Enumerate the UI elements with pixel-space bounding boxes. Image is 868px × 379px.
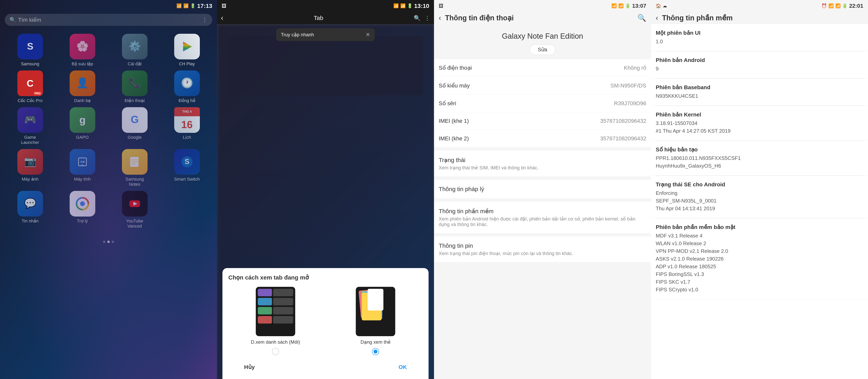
- device-name: Galaxy Note Fan Edition: [439, 32, 646, 40]
- tab-card-preview: [356, 287, 395, 336]
- baseband-label: Phiên bản Baseband: [656, 84, 863, 91]
- phone-back-button[interactable]: ‹: [439, 14, 441, 22]
- home-icon-4: 🏠: [656, 3, 661, 8]
- android-version-value: 9: [656, 65, 863, 72]
- app-icon-img-coccoc: C PRO: [18, 70, 43, 96]
- phone-info-screen: 🖼 📶 📶 🔋 13:07 ‹ Thông tin điện thoại 🔍 G…: [434, 0, 651, 379]
- tab-list-label: D.xem danh sách (Mới): [251, 339, 300, 345]
- browser-status-right: 📶 📶 🔋 13:10: [393, 3, 429, 9]
- imei2-label: IMEI (khe 2): [439, 136, 469, 142]
- browser-screen: 🖼 📶 📶 🔋 13:10 ‹ Tab 🔍 ⋮ Truy cập nhanh ✕: [217, 0, 434, 379]
- edit-device-name-button[interactable]: Sửa: [530, 45, 555, 55]
- trangthai-sub: Xem trạng thái thẻ SIM, IMEI và thông ti…: [439, 165, 646, 171]
- dialog-cancel-button[interactable]: Hủy: [236, 361, 263, 373]
- browser-nav: ‹ Tab 🔍 ⋮: [217, 12, 434, 24]
- radio-selected-indicator: [374, 350, 378, 353]
- battery-icon-3: 🔋: [625, 3, 630, 8]
- phanmem-title: Thông tin phần mềm: [439, 208, 646, 214]
- build-label: Số hiệu bản tạo: [656, 146, 863, 153]
- section-gap-1: [434, 147, 651, 151]
- sw-item-ui-version: Một phiên bản UI 1.0: [651, 24, 868, 51]
- kernel-label: Phiên bản Kernel: [656, 111, 863, 118]
- time-2: 13:10: [414, 3, 429, 9]
- alarm-icon-4: ⏰: [822, 3, 827, 8]
- img-icon-2: 🖼: [222, 3, 226, 9]
- phone-status-right: 📶 📶 🔋 13:07: [611, 3, 646, 9]
- info-row-serial: Số sêri R39J709D96: [434, 94, 651, 112]
- software-info-screen: 🏠 ☁ ⏰ 📶 📶 🔋 22:01 ‹ Thông tin phần mềm M…: [651, 0, 868, 379]
- sw-nav: ‹ Thông tin phần mềm: [651, 12, 868, 24]
- phone-info-search-icon[interactable]: 🔍: [638, 14, 646, 22]
- tab-option-card[interactable]: Dạng xem thẻ: [329, 287, 423, 355]
- phone-nav: ‹ Thông tin điện thoại 🔍: [434, 12, 651, 24]
- sw-item-security-patch: Phiên bản phần mềm bảo mật MDF v3.1 Rele…: [651, 218, 868, 299]
- battery-icon-2: 🔋: [407, 3, 412, 8]
- build-value: PPR1.180610.011.N935FXXS5CSF1 HuynhHuu9x…: [656, 154, 863, 170]
- sw-back-button[interactable]: ‹: [656, 14, 658, 22]
- tab-options: D.xem danh sách (Mới) Dạng xem thẻ: [228, 287, 423, 355]
- tab-dialog-title: Chọn cách xem tab đang mở: [228, 274, 423, 281]
- ui-version-value: 1.0: [656, 38, 863, 46]
- browser-back-button[interactable]: ‹: [221, 14, 223, 22]
- imei1-label: IMEI (khe 1): [439, 118, 469, 124]
- cloud-icon-4: ☁: [663, 3, 667, 8]
- phone-number-value: Không rõ: [624, 65, 646, 71]
- tab-view-dialog: Chọn cách xem tab đang mở: [222, 268, 429, 379]
- wifi-icon-4: 📶: [828, 3, 834, 8]
- model-number-value: SM-N950F/DS: [610, 83, 646, 89]
- signal-icon-2: 📶: [400, 3, 406, 8]
- browser-status-left: 🖼: [222, 3, 226, 9]
- tab-list-row-1: [258, 289, 293, 296]
- tab-option-list[interactable]: D.xem danh sách (Mới): [228, 287, 323, 355]
- se-status-value: Enforcing SEPF_SM-N935L_9_0001 Thu Apr 0…: [656, 189, 863, 212]
- phaplу-title: Thông tin pháp lý: [439, 186, 646, 193]
- menu-item-phanmem[interactable]: Thông tin phần mềm Xem phiên bản Android…: [434, 202, 651, 233]
- menu-item-pin[interactable]: Thông tin pin Xem trạng thái pin điện th…: [434, 236, 651, 262]
- info-row-imei2: IMEI (khe 2) 357871082096432: [434, 130, 651, 147]
- sw-info-title: Thông tin phần mềm: [662, 14, 863, 22]
- quick-access-close[interactable]: ✕: [366, 31, 370, 38]
- time-4: 22:01: [849, 3, 863, 9]
- sw-info-list: Một phiên bản UI 1.0 Phiên bản Android 9…: [651, 24, 868, 379]
- security-patch-label: Phiên bản phần mềm bảo mật: [656, 224, 863, 230]
- kernel-value: 3.18.91-15507034 #1 Thu Apr 4 14:27:05 K…: [656, 119, 863, 135]
- status-bar-3: 🖼 📶 📶 🔋 13:07: [434, 0, 651, 12]
- phone-number-label: Số điện thoại: [439, 64, 472, 71]
- browser-content: Truy cập nhanh ✕ Chọn cách xem tab đang …: [217, 24, 434, 379]
- tab-list-row-2: [258, 298, 293, 305]
- sw-item-se-status: Trạng thái SE cho Android Enforcing SEPF…: [651, 176, 868, 218]
- ui-version-label: Một phiên bản UI: [656, 30, 863, 36]
- baseband-value: N935KKKU4CSE1: [656, 92, 863, 100]
- tab-card-label: Dạng xem thẻ: [361, 339, 391, 345]
- serial-number-label: Số sêri: [439, 100, 456, 107]
- browser-search-icon[interactable]: 🔍: [414, 15, 421, 21]
- model-number-label: Số kiểu máy: [439, 82, 470, 89]
- menu-item-trangthai[interactable]: Trạng thái Xem trạng thái thẻ SIM, IMEI …: [434, 151, 651, 177]
- phanmem-sub: Xem phiên bản Android hiện được cài đặt,…: [439, 216, 646, 227]
- phone-info-title: Thông tin điện thoại: [445, 14, 633, 22]
- wifi-icon-3: 📶: [611, 3, 617, 8]
- sw-item-android-version: Phiên bản Android 9: [651, 51, 868, 78]
- battery-icon-4: 🔋: [842, 3, 847, 8]
- serial-number-value: R39J709D96: [614, 100, 646, 107]
- menu-item-phaplу[interactable]: Thông tin pháp lý: [434, 180, 651, 199]
- bg-tab-1: [228, 36, 423, 95]
- sw-item-kernel: Phiên bản Kernel 3.18.91-15507034 #1 Thu…: [651, 106, 868, 141]
- signal-icon-4: 📶: [835, 3, 841, 8]
- status-bar-4: 🏠 ☁ ⏰ 📶 📶 🔋 22:01: [651, 0, 868, 12]
- time-3: 13:07: [632, 3, 646, 9]
- device-name-section: Galaxy Note Fan Edition Sửa: [434, 24, 651, 59]
- tab-card-radio[interactable]: [372, 348, 379, 355]
- wifi-icon-2: 📶: [393, 3, 399, 8]
- dialog-ok-button[interactable]: OK: [391, 361, 415, 373]
- info-row-imei1: IMEI (khe 1) 357871082096432: [434, 112, 651, 130]
- pin-sub: Xem trạng thái pin điện thoại, mức pin c…: [439, 251, 646, 256]
- home-screen: 📶 📶 🔋 17:13 🔍 ⋮ S Samsung 🌸 Bộ sưu tập: [0, 0, 217, 379]
- android-version-label: Phiên bản Android: [656, 57, 863, 63]
- img-icon-3: 🖼: [439, 3, 443, 8]
- tab-list-radio[interactable]: [272, 348, 279, 355]
- browser-nav-icons: 🔍 ⋮: [414, 15, 430, 21]
- browser-menu-icon[interactable]: ⋮: [425, 15, 430, 21]
- tab-list-row-3: [258, 307, 293, 315]
- info-row-model: Số kiểu máy SM-N950F/DS: [434, 77, 651, 94]
